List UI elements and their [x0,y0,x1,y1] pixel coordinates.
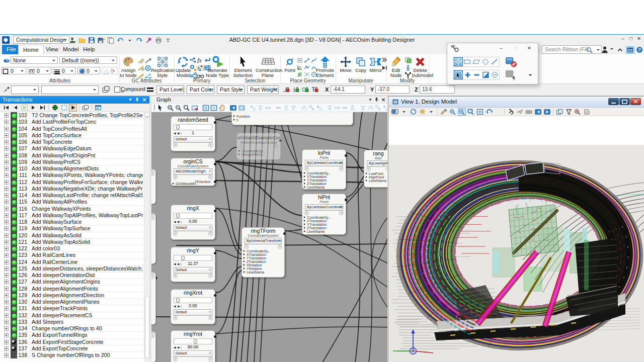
construction-plane-button[interactable]: Construction Plane [256,55,280,77]
pin-icon[interactable] [374,97,379,102]
scroll-up-icon[interactable] [145,113,149,118]
replication-style-button[interactable]: Replication Style [151,55,174,77]
node-output-port[interactable] [279,139,282,142]
lock-unit-icon[interactable] [301,85,309,93]
next-icon[interactable] [29,104,37,112]
node-collapse-icon[interactable] [304,211,309,215]
template-combo[interactable]: Default ((none)) [59,56,117,64]
node-dropdown[interactable]: ByCartesianCoordinates [305,160,343,166]
transaction-row-103[interactable]: 103Add LastProfileForTopConc [0,119,144,125]
node-slider[interactable] [174,213,212,219]
user-icon[interactable] [68,36,76,44]
node-dropdown[interactable]: ByCartesianCoordinates [305,204,343,211]
node-output-port[interactable] [345,154,347,157]
person-y-icon[interactable] [404,64,412,71]
expand-icon[interactable] [4,313,9,318]
node-collapse-icon[interactable] [278,244,282,249]
tab-home[interactable]: Home [18,45,44,54]
mode-circle-icon[interactable] [481,57,490,66]
d12-icon[interactable] [342,104,348,112]
expand-icon[interactable] [4,146,9,151]
mode-block-icon[interactable] [463,57,472,66]
close-button[interactable]: ✕ [635,35,643,43]
save-icon[interactable] [88,36,96,44]
node-output-port[interactable] [214,210,216,212]
transaction-row-112[interactable]: 112Add WalkwayProfilesForSurface; change… [0,179,144,186]
expand-icon[interactable] [4,160,9,164]
y-input[interactable]: -37.0 [375,85,410,94]
copy-green-icon[interactable] [404,56,412,64]
d4-icon[interactable] [275,104,282,112]
zoom-out-icon[interactable] [175,104,182,112]
transaction-row-120[interactable]: 120Add WalkwayAsSolid [0,232,144,239]
vrotate-icon[interactable] [485,108,493,116]
vzoomwin-icon[interactable] [467,108,475,116]
layered-square-icon[interactable] [102,85,110,93]
slider-thumb[interactable] [176,214,180,218]
edit-node-button[interactable]: Edit Node [388,55,404,77]
select-gray-icon[interactable] [505,70,518,81]
transaction-row-115[interactable]: 115Add WalkwayAllProfiles [0,199,144,205]
halfsquare-icon[interactable] [481,70,490,79]
graph-node-orginCS[interactable]: orginCSCoordinateSystemAtDGNModelOriginD… [171,158,215,186]
transaction-row-116[interactable]: 116Change WalkwayXPoints [0,206,144,212]
node-dropdown[interactable]: ByUniversalTransform [245,238,282,244]
vcaret-icon[interactable] [400,108,408,116]
transaction-row-129[interactable]: 129Add sleeperAlignmentDirection [0,292,144,299]
attribute-combo-transparency[interactable]: 0 [102,67,118,74]
x-input[interactable]: -64.1 [331,85,365,94]
folder-icon[interactable] [78,36,86,44]
graph-canvas[interactable]: FunctionnrefAttachExampleConReferenceAtt… [151,112,387,362]
expand-icon[interactable] [4,207,9,211]
graph-node-clipped[interactable] [151,272,156,325]
panel-menu-icon[interactable]: ▼ [368,96,372,104]
d3-icon[interactable] [265,104,271,112]
vclipc-icon[interactable] [583,108,591,116]
handle-icon[interactable] [153,104,156,112]
node-slider[interactable] [174,255,212,261]
expand-icon[interactable] [4,353,9,357]
graph-node-ringY[interactable]: ringY◀ ▶|11.37Default [171,247,215,282]
assign-to-node-button[interactable]: Assign to Node [119,55,137,77]
expand-icon[interactable] [4,173,9,177]
runto-icon[interactable] [20,104,28,112]
node-output-port[interactable] [283,232,286,235]
vzoomout-sel-icon[interactable] [458,108,466,116]
graph-node-clipped[interactable] [151,213,156,264]
help-icon[interactable]: ? [636,46,643,53]
vzoomin-icon[interactable] [449,108,457,116]
node-slider[interactable] [174,338,212,344]
d16-icon[interactable] [375,104,381,112]
expand-icon[interactable] [4,113,9,118]
node-collapse-icon[interactable] [173,143,178,147]
generate-node-type-button[interactable]: Generate Node Type [206,55,229,77]
graph-node-loPnt[interactable]: loPntPointByCartesianCoordinatesCoordina… [302,149,346,190]
d9-icon[interactable] [316,104,323,112]
transaction-row-128[interactable]: 128Add sleeperAlignmentPoints [0,286,144,292]
float-minimize-button[interactable]: – [498,45,505,52]
expand-icon[interactable] [4,246,9,251]
node-collapse-icon[interactable] [244,244,249,249]
transactions-scrollbar[interactable] [144,112,149,362]
transaction-row-136[interactable]: 136Add ExportFirstStageConcrete [0,339,144,345]
transaction-row-110[interactable]: 110Add WalkwayAlignmentDists [0,165,144,172]
vpan-icon[interactable] [494,108,502,116]
cursor-icon[interactable] [157,104,163,112]
first-icon[interactable] [2,104,10,112]
manipulate-skip-icon[interactable] [381,65,387,70]
expand-icon[interactable] [4,220,9,224]
d15-icon[interactable] [367,104,374,112]
graph-node-topcut[interactable]: Functionn [231,112,353,125]
expand-icon[interactable] [4,166,9,171]
pin-icon[interactable] [135,97,139,102]
vclipv-icon[interactable] [565,108,573,116]
expand-settings-icon[interactable] [529,74,532,77]
expand-icon[interactable] [4,346,9,351]
expand-icon[interactable] [4,133,9,138]
d14-icon[interactable] [360,104,366,112]
transaction-row-138[interactable]: 138S Change numberOfRings to 200 [0,352,144,358]
expand-icon[interactable] [4,127,9,131]
stack-icon[interactable] [82,104,90,112]
vfit-icon[interactable] [476,108,484,116]
expand-icon[interactable] [4,200,9,204]
